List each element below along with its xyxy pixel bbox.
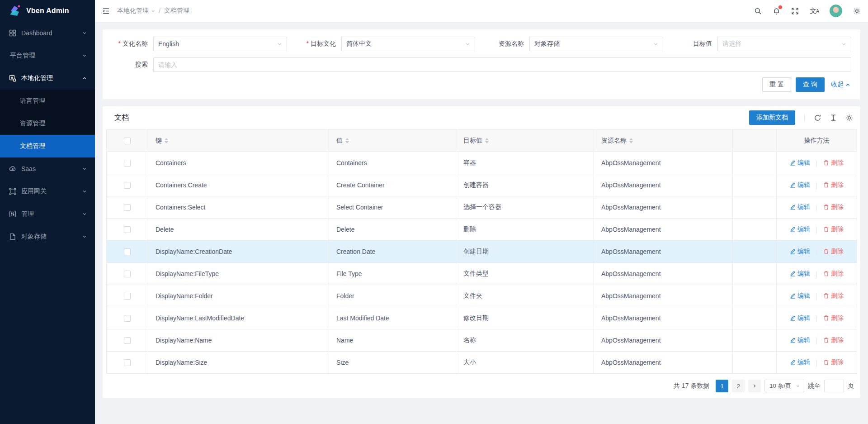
- culture-select[interactable]: English: [153, 37, 287, 51]
- cell-empty: [733, 352, 777, 374]
- resource-select[interactable]: 对象存储: [529, 37, 663, 51]
- query-button[interactable]: 查 询: [796, 77, 825, 92]
- delete-trash-icon: [823, 359, 829, 365]
- row-checkbox[interactable]: [124, 226, 131, 233]
- search-input[interactable]: [153, 57, 851, 72]
- table-row: DisplayName:CreationDate Creation Date 创…: [107, 241, 857, 263]
- select-all-checkbox[interactable]: [124, 138, 131, 144]
- edit-button[interactable]: 编辑: [790, 336, 810, 344]
- translate-icon[interactable]: 文A: [810, 7, 819, 15]
- row-checkbox[interactable]: [124, 271, 131, 277]
- edit-pencil-icon: [790, 226, 796, 232]
- page-size-select[interactable]: 10 条/页: [764, 380, 804, 392]
- table-settings-gear-icon[interactable]: [845, 114, 853, 122]
- cell-key: DisplayName:Size: [148, 352, 329, 374]
- app-logo[interactable]: Vben Admin: [0, 0, 95, 22]
- edit-pencil-icon: [790, 337, 796, 343]
- row-height-icon[interactable]: [830, 114, 837, 122]
- collapse-link[interactable]: 收起: [831, 81, 850, 89]
- next-page-button[interactable]: [748, 380, 761, 392]
- edit-button[interactable]: 编辑: [790, 248, 810, 256]
- notification-bell-icon[interactable]: [773, 7, 780, 15]
- row-checkbox[interactable]: [124, 182, 131, 189]
- delete-button[interactable]: 删除: [823, 270, 844, 278]
- sliders-icon: [9, 210, 17, 218]
- edit-button[interactable]: 编辑: [790, 181, 810, 189]
- fullscreen-icon[interactable]: [791, 7, 799, 15]
- sidebar-item-saas[interactable]: Saas: [0, 157, 95, 180]
- target-culture-select[interactable]: 简体中文: [341, 37, 475, 51]
- sidebar-item-dashboard[interactable]: Dashboard: [0, 22, 95, 44]
- delete-button[interactable]: 删除: [823, 314, 844, 322]
- breadcrumb-parent[interactable]: 本地化管理: [117, 7, 155, 15]
- page-button-2[interactable]: 2: [732, 380, 745, 392]
- search-icon[interactable]: [754, 7, 762, 15]
- delete-button[interactable]: 删除: [823, 159, 844, 167]
- sidebar-item-resource[interactable]: 资源管理: [0, 112, 95, 135]
- cell-empty: [733, 241, 777, 263]
- cell-key: DisplayName:CreationDate: [148, 241, 329, 263]
- cell-resource: AbpOssManagement: [594, 174, 733, 196]
- row-checkbox[interactable]: [124, 248, 131, 255]
- target-value-select[interactable]: 请选择: [717, 37, 851, 51]
- chevron-down-icon: [653, 42, 658, 47]
- row-checkbox[interactable]: [124, 315, 131, 322]
- column-header-value[interactable]: 值: [329, 129, 456, 152]
- delete-button[interactable]: 删除: [823, 358, 844, 367]
- sidebar-item-localization[interactable]: 本地化管理: [0, 67, 95, 90]
- sidebar-item-oss[interactable]: 对象存储: [0, 225, 95, 248]
- column-header-resource[interactable]: 资源名称: [594, 129, 733, 152]
- sidebar-item-document[interactable]: 文档管理: [0, 135, 95, 157]
- chevron-down-icon: [82, 189, 87, 194]
- edit-button[interactable]: 编辑: [790, 358, 810, 367]
- jump-page-input[interactable]: [824, 380, 844, 392]
- delete-trash-icon: [823, 293, 829, 299]
- cell-target: 容器: [456, 152, 594, 174]
- row-checkbox[interactable]: [124, 160, 131, 167]
- page-button-1[interactable]: 1: [716, 380, 728, 392]
- add-document-button[interactable]: 添加新文档: [749, 110, 795, 125]
- reset-button[interactable]: 重 置: [762, 77, 791, 92]
- cell-key: Containers: [148, 152, 329, 174]
- cell-value: Creation Date: [329, 241, 456, 263]
- delete-button[interactable]: 删除: [823, 181, 844, 189]
- edit-button[interactable]: 编辑: [790, 292, 810, 300]
- delete-button[interactable]: 删除: [823, 336, 844, 344]
- edit-button[interactable]: 编辑: [790, 225, 810, 233]
- page-suffix: 页: [848, 382, 854, 390]
- delete-button[interactable]: 删除: [823, 248, 844, 256]
- edit-button[interactable]: 编辑: [790, 270, 810, 278]
- edit-button[interactable]: 编辑: [790, 203, 810, 211]
- cell-actions: 编辑 删除: [777, 219, 857, 241]
- refresh-icon[interactable]: [814, 114, 821, 122]
- pagination-total: 共 17 条数据: [674, 382, 709, 390]
- cell-target: 创建日期: [456, 241, 594, 263]
- row-checkbox[interactable]: [124, 337, 131, 344]
- row-checkbox[interactable]: [124, 359, 131, 366]
- sidebar-item-gateway[interactable]: 应用网关: [0, 180, 95, 203]
- row-checkbox[interactable]: [124, 204, 131, 211]
- delete-button[interactable]: 删除: [823, 292, 844, 300]
- field-target-value: 目标值 请选择: [676, 37, 851, 51]
- documents-table: 键 值 目标值: [106, 129, 857, 374]
- sidebar-item-label: Dashboard: [21, 29, 82, 37]
- delete-button[interactable]: 删除: [823, 225, 844, 233]
- field-search: 搜索: [112, 57, 851, 72]
- delete-button[interactable]: 删除: [823, 203, 844, 211]
- menu-fold-icon[interactable]: [102, 7, 110, 15]
- settings-gear-icon[interactable]: [853, 7, 861, 15]
- sort-icon: [165, 138, 168, 143]
- edit-button[interactable]: 编辑: [790, 159, 810, 167]
- column-header-target[interactable]: 目标值: [456, 129, 594, 152]
- sidebar-item-platform[interactable]: 平台管理: [0, 44, 95, 67]
- row-checkbox[interactable]: [124, 293, 131, 300]
- cell-value: Folder: [329, 285, 456, 307]
- sidebar-item-language[interactable]: 语言管理: [0, 90, 95, 112]
- avatar[interactable]: [830, 5, 842, 17]
- column-header-key[interactable]: 键: [148, 129, 329, 152]
- edit-button[interactable]: 编辑: [790, 314, 810, 322]
- edit-pencil-icon: [790, 359, 796, 365]
- breadcrumb-current: 文档管理: [164, 7, 189, 15]
- chevron-down-icon: [82, 212, 87, 216]
- sidebar-item-manage[interactable]: 管理: [0, 203, 95, 225]
